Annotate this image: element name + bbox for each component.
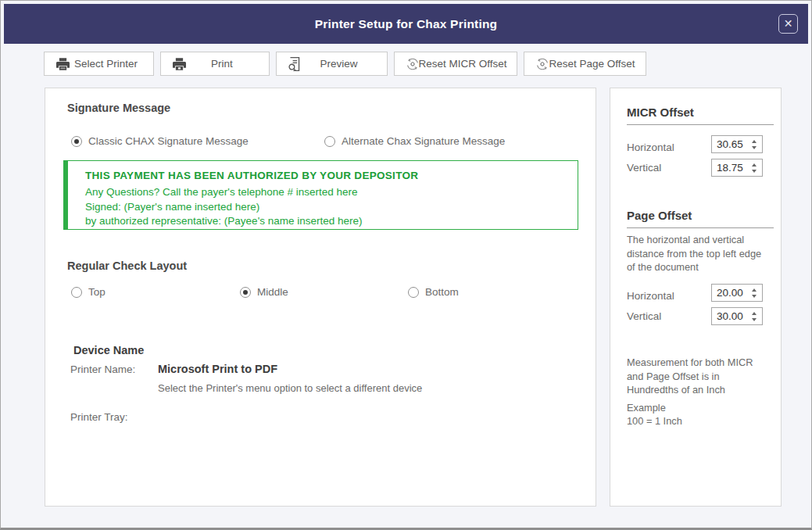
device-name-heading: Device Name [73, 344, 144, 356]
micr-vertical-spinner [711, 159, 763, 177]
signature-preview-line: Signed: (Payer's name inserted here) [85, 200, 567, 215]
preview-icon [288, 56, 302, 71]
page-horizontal-label: Horizontal [627, 290, 674, 302]
dialog-title: Printer Setup for Chax Printing [315, 17, 498, 31]
page-horizontal-input[interactable] [712, 285, 748, 301]
micr-offset-heading: MICR Offset [627, 106, 694, 119]
spinner-arrows-icon[interactable] [748, 308, 760, 324]
micr-horizontal-spinner [711, 135, 763, 153]
page-offset-divider [627, 227, 774, 228]
signature-preview-line: by authorized representative: (Payee's n… [85, 214, 567, 229]
print-button[interactable]: Print [160, 52, 270, 76]
main-panel: Signature Message Classic CHAX Signature… [45, 88, 596, 507]
spinner-arrows-icon[interactable] [748, 285, 760, 301]
radio-circle [324, 136, 335, 147]
reset-icon [535, 57, 549, 71]
page-vertical-input[interactable] [712, 308, 748, 324]
signature-preview-line: Any Questions? Call the payer's telephon… [85, 185, 567, 200]
radio-label: Classic CHAX Signature Message [88, 135, 249, 147]
radio-classic-chax[interactable]: Classic CHAX Signature Message [71, 135, 249, 147]
page-vertical-label: Vertical [627, 310, 661, 322]
close-button[interactable]: ✕ [778, 14, 798, 34]
signature-message-heading: Signature Message [67, 102, 170, 114]
select-printer-button[interactable]: Select Printer [44, 52, 154, 76]
radio-alternate-chax[interactable]: Alternate Chax Signature Message [324, 135, 505, 147]
regular-check-layout-heading: Regular Check Layout [67, 260, 187, 272]
spinner-arrows-icon[interactable] [748, 136, 760, 152]
printer-name-hint: Select the Printer's menu option to sele… [158, 382, 422, 394]
radio-label: Top [88, 286, 106, 298]
preview-button[interactable]: Preview [276, 52, 388, 76]
radio-layout-middle[interactable]: Middle [240, 286, 288, 298]
micr-vertical-label: Vertical [627, 162, 661, 174]
radio-circle [408, 287, 419, 298]
printer-name-label: Printer Name: [70, 363, 135, 375]
printer-setup-dialog: Printer Setup for Chax Printing ✕ Select… [0, 0, 812, 530]
radio-layout-bottom[interactable]: Bottom [408, 286, 459, 298]
radio-circle [71, 136, 82, 147]
measurement-note: Measurement for both MICR and Page Offse… [627, 356, 764, 397]
example-value: 100 = 1 Inch [627, 414, 682, 428]
printer-tray-label: Printer Tray: [70, 411, 128, 423]
reset-icon [406, 57, 420, 71]
micr-vertical-input[interactable] [712, 159, 748, 176]
signature-preview-box: THIS PAYMENT HAS BEEN AUTHORIZED BY YOUR… [63, 160, 578, 230]
spinner-arrows-icon[interactable] [748, 159, 760, 176]
radio-circle [71, 287, 82, 298]
page-offset-heading: Page Offset [627, 209, 692, 222]
radio-circle [240, 287, 251, 298]
micr-horizontal-input[interactable] [712, 136, 748, 152]
radio-label: Alternate Chax Signature Message [342, 135, 505, 147]
radio-label: Middle [257, 286, 288, 298]
page-vertical-spinner [711, 307, 763, 325]
reset-micr-offset-button[interactable]: Reset MICR Offset [394, 52, 517, 76]
page-horizontal-spinner [711, 284, 763, 302]
toolbar: Select Printer Print Preview Reset MICR … [44, 52, 646, 76]
printer-name-value: Microsoft Print to PDF [158, 363, 277, 375]
page-offset-description: The horizontal and vertical distance fro… [627, 233, 767, 274]
titlebar: Printer Setup for Chax Printing ✕ [4, 4, 808, 44]
radio-label: Bottom [425, 286, 459, 298]
signature-preview-header: THIS PAYMENT HAS BEEN AUTHORIZED BY YOUR… [85, 170, 567, 181]
printer-icon [55, 57, 70, 70]
micr-horizontal-label: Horizontal [627, 141, 674, 153]
radio-layout-top[interactable]: Top [71, 286, 106, 298]
offset-panel: MICR Offset Horizontal Vertical Page Off… [610, 88, 782, 507]
print-icon [172, 57, 187, 70]
close-icon: ✕ [784, 16, 793, 32]
micr-offset-divider [627, 124, 774, 125]
reset-page-offset-button[interactable]: Reset Page Offset [524, 52, 646, 76]
example-label: Example [627, 401, 666, 415]
